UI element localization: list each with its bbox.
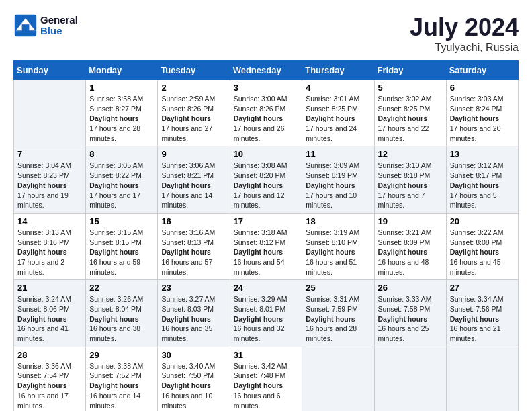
logo: General Blue (13, 13, 78, 38)
calendar-cell: 17Sunrise: 3:18 AMSunset: 8:12 PMDayligh… (230, 213, 302, 279)
daylight-label: Daylight hours (306, 248, 355, 256)
day-number: 14 (17, 216, 82, 226)
calendar-cell: 4Sunrise: 3:01 AMSunset: 8:25 PMDaylight… (302, 80, 374, 146)
daylight-label: Daylight hours (161, 381, 211, 390)
daylight-label: Daylight hours (450, 315, 500, 323)
day-number: 22 (89, 283, 154, 293)
day-number: 19 (378, 216, 443, 226)
day-info: Sunrise: 3:09 AMSunset: 8:19 PMDaylight … (306, 161, 370, 210)
day-number: 29 (89, 350, 154, 360)
calendar-cell: 23Sunrise: 3:27 AMSunset: 8:03 PMDayligh… (158, 280, 230, 347)
daylight-label: Daylight hours (306, 315, 355, 323)
day-info: Sunrise: 3:42 AMSunset: 7:48 PMDaylight … (234, 361, 299, 410)
day-info: Sunrise: 3:58 AMSunset: 8:27 PMDaylight … (89, 94, 154, 143)
day-info: Sunrise: 3:08 AMSunset: 8:20 PMDaylight … (234, 161, 299, 210)
day-info: Sunrise: 3:05 AMSunset: 8:22 PMDaylight … (89, 161, 154, 210)
day-info: Sunrise: 3:26 AMSunset: 8:04 PMDaylight … (89, 294, 154, 343)
day-number: 18 (306, 216, 370, 226)
day-info: Sunrise: 3:01 AMSunset: 8:25 PMDaylight … (306, 94, 370, 143)
calendar-cell: 18Sunrise: 3:19 AMSunset: 8:10 PMDayligh… (302, 213, 374, 279)
day-number: 13 (450, 149, 515, 159)
daylight-label: Daylight hours (234, 248, 283, 256)
day-number: 31 (234, 350, 299, 360)
calendar-cell: 5Sunrise: 3:02 AMSunset: 8:25 PMDaylight… (374, 80, 446, 146)
day-info: Sunrise: 3:21 AMSunset: 8:09 PMDaylight … (378, 228, 443, 277)
day-info: Sunrise: 3:31 AMSunset: 7:59 PMDaylight … (306, 294, 370, 343)
day-info: Sunrise: 3:12 AMSunset: 8:17 PMDaylight … (450, 161, 515, 210)
day-info: Sunrise: 3:06 AMSunset: 8:21 PMDaylight … (161, 161, 226, 210)
daylight-label: Daylight hours (161, 114, 211, 122)
col-header-monday: Monday (86, 61, 158, 80)
day-number: 3 (234, 83, 299, 93)
day-number: 25 (306, 283, 370, 293)
title-block: July 2024 Tyulyachi, Russia (410, 13, 519, 54)
daylight-label: Daylight hours (450, 248, 500, 256)
calendar-week-row: 7Sunrise: 3:04 AMSunset: 8:23 PMDaylight… (14, 146, 519, 213)
daylight-label: Daylight hours (234, 315, 283, 323)
day-info: Sunrise: 3:24 AMSunset: 8:06 PMDaylight … (17, 294, 82, 343)
day-info: Sunrise: 3:40 AMSunset: 7:50 PMDaylight … (161, 361, 226, 410)
calendar-cell: 8Sunrise: 3:05 AMSunset: 8:22 PMDaylight… (86, 146, 158, 213)
calendar-cell: 12Sunrise: 3:10 AMSunset: 8:18 PMDayligh… (374, 146, 446, 213)
calendar-cell: 16Sunrise: 3:16 AMSunset: 8:13 PMDayligh… (158, 213, 230, 279)
col-header-sunday: Sunday (14, 61, 86, 80)
day-number: 9 (161, 149, 226, 159)
daylight-label: Daylight hours (161, 248, 211, 256)
daylight-label: Daylight hours (89, 114, 139, 122)
calendar-body: 1Sunrise: 3:58 AMSunset: 8:27 PMDaylight… (14, 80, 519, 412)
day-number: 6 (450, 83, 515, 93)
daylight-label: Daylight hours (378, 181, 428, 189)
calendar-cell: 21Sunrise: 3:24 AMSunset: 8:06 PMDayligh… (14, 280, 86, 347)
calendar-cell (302, 347, 374, 411)
day-number: 11 (306, 149, 370, 159)
logo-line2: Blue (40, 26, 78, 37)
day-info: Sunrise: 3:15 AMSunset: 8:15 PMDaylight … (89, 228, 154, 277)
day-number: 16 (161, 216, 226, 226)
col-header-wednesday: Wednesday (230, 61, 302, 80)
day-number: 8 (89, 149, 154, 159)
calendar-cell: 1Sunrise: 3:58 AMSunset: 8:27 PMDaylight… (86, 80, 158, 146)
calendar-cell: 13Sunrise: 3:12 AMSunset: 8:17 PMDayligh… (446, 146, 518, 213)
day-number: 1 (89, 83, 154, 93)
daylight-label: Daylight hours (89, 315, 139, 323)
logo-line1: General (40, 15, 78, 26)
daylight-label: Daylight hours (89, 181, 139, 189)
calendar-cell: 15Sunrise: 3:15 AMSunset: 8:15 PMDayligh… (86, 213, 158, 279)
daylight-label: Daylight hours (306, 181, 355, 189)
daylight-label: Daylight hours (161, 181, 211, 189)
calendar-cell: 7Sunrise: 3:04 AMSunset: 8:23 PMDaylight… (14, 146, 86, 213)
day-info: Sunrise: 3:38 AMSunset: 7:52 PMDaylight … (89, 361, 154, 410)
calendar-cell: 24Sunrise: 3:29 AMSunset: 8:01 PMDayligh… (230, 280, 302, 347)
day-number: 26 (378, 283, 443, 293)
calendar-week-row: 1Sunrise: 3:58 AMSunset: 8:27 PMDaylight… (14, 80, 519, 146)
day-info: Sunrise: 3:34 AMSunset: 7:56 PMDaylight … (450, 294, 515, 343)
daylight-label: Daylight hours (378, 315, 428, 323)
calendar-cell: 29Sunrise: 3:38 AMSunset: 7:52 PMDayligh… (86, 347, 158, 411)
daylight-label: Daylight hours (450, 181, 500, 189)
calendar-cell: 10Sunrise: 3:08 AMSunset: 8:20 PMDayligh… (230, 146, 302, 213)
calendar-cell: 11Sunrise: 3:09 AMSunset: 8:19 PMDayligh… (302, 146, 374, 213)
page-header: General Blue July 2024 Tyulyachi, Russia (13, 13, 519, 54)
calendar-cell: 26Sunrise: 3:33 AMSunset: 7:58 PMDayligh… (374, 280, 446, 347)
day-info: Sunrise: 3:04 AMSunset: 8:23 PMDaylight … (17, 161, 82, 210)
col-header-saturday: Saturday (446, 61, 518, 80)
day-info: Sunrise: 3:02 AMSunset: 8:25 PMDaylight … (378, 94, 443, 143)
day-info: Sunrise: 3:36 AMSunset: 7:54 PMDaylight … (17, 361, 82, 410)
day-number: 7 (17, 149, 82, 159)
col-header-thursday: Thursday (302, 61, 374, 80)
daylight-label: Daylight hours (89, 248, 139, 256)
day-number: 23 (161, 283, 226, 293)
day-info: Sunrise: 3:19 AMSunset: 8:10 PMDaylight … (306, 228, 370, 277)
day-number: 21 (17, 283, 82, 293)
daylight-label: Daylight hours (89, 381, 139, 390)
daylight-label: Daylight hours (234, 114, 283, 122)
calendar-table: SundayMondayTuesdayWednesdayThursdayFrid… (13, 60, 519, 411)
logo-icon (13, 13, 38, 38)
day-number: 27 (450, 283, 515, 293)
day-info: Sunrise: 3:27 AMSunset: 8:03 PMDaylight … (161, 294, 226, 343)
calendar-cell: 6Sunrise: 3:03 AMSunset: 8:24 PMDaylight… (446, 80, 518, 146)
calendar-cell: 14Sunrise: 3:13 AMSunset: 8:16 PMDayligh… (14, 213, 86, 279)
location: Tyulyachi, Russia (410, 42, 519, 54)
day-info: Sunrise: 3:16 AMSunset: 8:13 PMDaylight … (161, 228, 226, 277)
calendar-cell: 19Sunrise: 3:21 AMSunset: 8:09 PMDayligh… (374, 213, 446, 279)
